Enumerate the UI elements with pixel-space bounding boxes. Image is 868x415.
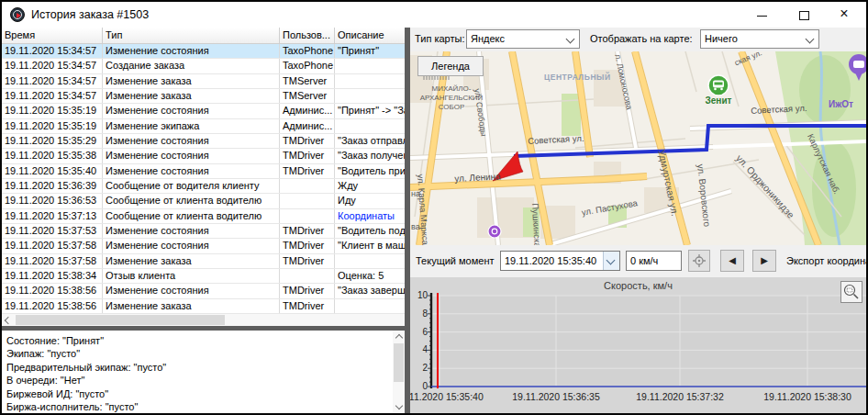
- column-header-user[interactable]: Пользов...: [280, 28, 335, 43]
- info-vertical-scrollbar[interactable]: [393, 331, 405, 413]
- current-moment-value: 19.11.2020 15:35:40: [505, 255, 596, 266]
- maximize-icon: [799, 11, 809, 20]
- table-row[interactable]: 19.11.2020 15:34:57Изменение заказаTMSer…: [2, 89, 405, 104]
- export-coordinates-label[interactable]: Экспорт координат: [786, 255, 866, 266]
- table-row[interactable]: 19.11.2020 15:37:58Изменение состоянияTM…: [2, 239, 405, 253]
- title-bar[interactable]: История заказа #1503 ×: [2, 2, 866, 28]
- table-row[interactable]: 19.11.2020 15:36:39Сообщение от водителя…: [2, 179, 405, 194]
- table-cell: 19.11.2020 15:37:13: [2, 209, 103, 223]
- table-row[interactable]: 19.11.2020 15:35:19Изменение экипажаАдми…: [2, 119, 405, 134]
- table-cell: Изменение состояния: [103, 284, 280, 297]
- current-moment-combo[interactable]: 19.11.2020 15:35:40: [500, 251, 620, 271]
- order-info-line: Биржевой ИД: "пусто": [6, 387, 393, 400]
- map-canvas[interactable]: МИХАЙЛО-АРХАНГЕЛЬСКИЙ СОБОР ЦЕНТРАЛЬНЫЙ …: [410, 51, 866, 245]
- table-cell: Иду: [335, 194, 405, 208]
- history-table-header: Время Тип Пользов... Описание: [2, 28, 405, 44]
- history-table-body[interactable]: 19.11.2020 15:34:57Изменение состоянияTa…: [2, 44, 405, 314]
- table-cell: 19.11.2020 15:35:19: [2, 104, 103, 118]
- close-button[interactable]: ×: [829, 2, 859, 28]
- table-cell: Изменение экипажа: [103, 119, 280, 133]
- step-back-button[interactable]: ◀: [720, 250, 744, 272]
- scrollbar-thumb[interactable]: [394, 343, 404, 382]
- minimize-button[interactable]: [747, 2, 776, 28]
- magnifier-icon: [842, 283, 861, 301]
- table-row[interactable]: 19.11.2020 15:38:34Отзыв клиентаОценка: …: [2, 269, 405, 284]
- play-forward-icon: ▶: [761, 255, 768, 265]
- maximize-button[interactable]: [789, 2, 818, 28]
- scroll-right-icon[interactable]: [393, 314, 405, 326]
- table-row[interactable]: 19.11.2020 15:37:58Изменение заказаTMDri…: [2, 254, 405, 269]
- map-graphics: [410, 51, 866, 245]
- table-cell: TMServer: [280, 74, 335, 88]
- table-cell: Изменение заказа: [103, 74, 280, 88]
- table-cell: Изменение заказа: [103, 299, 280, 313]
- table-cell: TMDriver: [280, 134, 335, 148]
- order-info-panel: Состояние: "Принят"Экипаж: "пусто"Предва…: [2, 331, 393, 413]
- map-type-label: Тип карты:: [415, 33, 464, 44]
- combo-dropdown[interactable]: [603, 252, 619, 270]
- scrollbar-thumb[interactable]: [16, 315, 225, 325]
- table-cell: 19.11.2020 15:38:56: [2, 299, 103, 313]
- table-cell: 19.11.2020 15:34:57: [2, 44, 103, 58]
- map-display-label: Отображать на карте:: [590, 33, 693, 44]
- table-cell: Оценка: 5: [335, 269, 405, 283]
- table-row[interactable]: 19.11.2020 15:35:19Изменение состоянияАд…: [2, 104, 405, 118]
- table-row[interactable]: 19.11.2020 15:34:57Изменение состоянияTa…: [2, 44, 405, 59]
- table-cell: 19.11.2020 15:37:58: [2, 254, 103, 268]
- map-display-select[interactable]: Ничего: [700, 29, 819, 49]
- table-cell: Изменение заказа: [103, 89, 280, 103]
- table-cell: [280, 209, 335, 223]
- table-cell: [335, 74, 405, 88]
- table-row[interactable]: 19.11.2020 15:38:56Изменение заказаTMDri…: [2, 299, 405, 314]
- order-info-line: Предварительный экипаж: "пусто": [6, 361, 393, 374]
- table-row[interactable]: 19.11.2020 15:37:53Изменение состоянияTM…: [2, 224, 405, 239]
- table-cell: "Клиент в маш: [335, 239, 405, 252]
- table-cell: 19.11.2020 15:36:39: [2, 179, 103, 193]
- y-tick-label: 4: [410, 344, 428, 354]
- table-cell: "Принят" -> "За: [335, 104, 405, 118]
- table-row[interactable]: 19.11.2020 15:36:53Сообщение от клиента …: [2, 194, 405, 208]
- map-label-street: ва: [411, 222, 420, 231]
- table-row[interactable]: 19.11.2020 15:35:40Изменение состоянияTM…: [2, 164, 405, 179]
- table-cell: Изменение состояния: [103, 239, 280, 252]
- table-cell: [280, 269, 335, 283]
- scroll-up-icon[interactable]: [393, 331, 405, 342]
- table-cell: TMDriver: [280, 284, 335, 297]
- table-cell: TMDriver: [280, 149, 335, 163]
- map-display-value: Ничего: [705, 33, 738, 44]
- table-cell: 19.11.2020 15:34:57: [2, 74, 103, 88]
- table-cell: 19.11.2020 15:34:57: [2, 89, 103, 103]
- table-cell: Изменение состояния: [103, 164, 280, 178]
- table-cell: 19.11.2020 15:38:56: [2, 284, 103, 297]
- column-header-desc[interactable]: Описание: [335, 28, 405, 43]
- table-cell: [280, 194, 335, 208]
- map-type-select[interactable]: Яндекс: [466, 29, 580, 49]
- table-cell: "Заказ отправл: [335, 134, 405, 148]
- zoom-selection-button[interactable]: [840, 281, 862, 303]
- map-panel: Тип карты: Яндекс Отображать на карте: Н…: [410, 28, 866, 413]
- legend-button[interactable]: Легенда: [417, 56, 484, 76]
- locate-button[interactable]: [688, 250, 710, 272]
- table-row[interactable]: 19.11.2020 15:35:29Изменение состоянияTM…: [2, 134, 405, 149]
- scroll-left-icon[interactable]: [2, 314, 14, 326]
- x-tick-label: 19.11.2020 15:35:40: [410, 391, 484, 402]
- chart-title: Скорость, км/ч: [410, 280, 866, 291]
- coordinates-link[interactable]: Координаты: [335, 209, 405, 223]
- column-header-time[interactable]: Время: [2, 28, 103, 43]
- speed-field[interactable]: 0 км/ч: [626, 251, 682, 271]
- table-row[interactable]: 19.11.2020 15:35:38Изменение состоянияTM…: [2, 149, 405, 163]
- table-row[interactable]: 19.11.2020 15:38:56Изменение состоянияTM…: [2, 284, 405, 298]
- close-icon: ×: [840, 6, 848, 21]
- table-row[interactable]: 19.11.2020 15:37:13Сообщение от клиента …: [2, 209, 405, 224]
- scroll-down-icon[interactable]: [393, 401, 405, 413]
- table-row[interactable]: 19.11.2020 15:34:57Создание заказаTaxoPh…: [2, 59, 405, 73]
- table-cell: Изменение состояния: [103, 44, 280, 58]
- zenit-transit-icon: [708, 75, 729, 95]
- table-horizontal-scrollbar[interactable]: [2, 314, 405, 326]
- window-title: История заказа #1503: [31, 2, 149, 28]
- step-forward-button[interactable]: ▶: [752, 250, 776, 272]
- table-row[interactable]: 19.11.2020 15:34:57Изменение заказаTMSer…: [2, 74, 405, 89]
- column-header-type[interactable]: Тип: [103, 28, 280, 43]
- order-history-window: История заказа #1503 × Время Тип Пользов…: [0, 0, 868, 415]
- table-cell: [335, 254, 405, 268]
